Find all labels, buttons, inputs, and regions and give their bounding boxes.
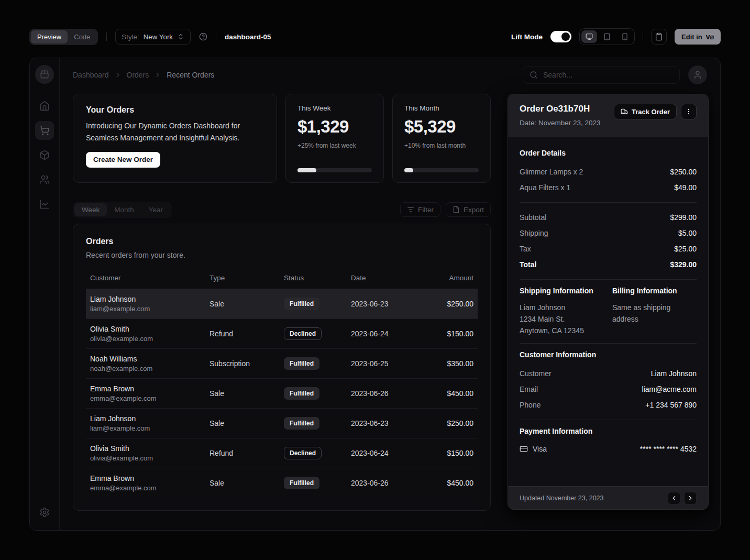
table-actions: Filter Export: [400, 202, 491, 217]
sidebar-item-home[interactable]: [35, 96, 54, 115]
status-badge: Fulfilled: [284, 477, 319, 489]
phone-value: +1 234 567 890: [645, 401, 697, 409]
table-row[interactable]: Noah Williamsnoah@example.com Subscripti…: [86, 349, 478, 379]
mobile-view-button[interactable]: [617, 30, 633, 43]
sidebar-logo-button[interactable]: [35, 65, 54, 84]
shipping-information: Shipping Information Liam Johnson 1234 M…: [520, 287, 604, 336]
customer-email: emma@example.com: [90, 484, 201, 492]
tab-week[interactable]: Week: [74, 203, 107, 216]
line-item-label: Aqua Filters x 1: [520, 183, 570, 192]
order-more-menu-button[interactable]: [681, 104, 697, 119]
credit-card-icon: [520, 445, 528, 453]
list-filter-icon: [407, 206, 414, 213]
line-item-value: $250.00: [670, 168, 697, 176]
shipping-value: $5.00: [678, 229, 697, 237]
copy-code-button[interactable]: [651, 29, 667, 45]
customer-info-heading: Customer Information: [520, 350, 697, 359]
toolbar-divider: [643, 32, 643, 41]
table-row[interactable]: Olivia Smitholivia@example.com Refund De…: [86, 438, 478, 468]
order-amount: $250.00: [414, 289, 478, 319]
tab-year[interactable]: Year: [141, 203, 170, 216]
table-row[interactable]: Liam Johnsonliam@example.com Sale Fulfil…: [86, 289, 478, 319]
export-button[interactable]: Export: [446, 202, 491, 217]
email-row: Email liam@acme.com: [520, 381, 697, 397]
toolbar-divider: [216, 32, 216, 41]
tax-row: Tax $25.00: [520, 241, 697, 257]
customer-name: Emma Brown: [90, 474, 201, 482]
table-row[interactable]: Emma Brownemma@example.com Sale Fulfille…: [86, 468, 478, 498]
customer-email: liam@example.com: [90, 424, 201, 432]
dashboard-main: Your Orders Introducing Our Dynamic Orde…: [73, 92, 707, 511]
status-badge: Fulfilled: [284, 357, 319, 370]
stat-label: This Week: [297, 104, 372, 112]
line-item-label: Glimmer Lamps x 2: [520, 168, 583, 176]
status-badge: Declined: [284, 447, 322, 459]
previous-order-button[interactable]: [668, 492, 680, 504]
separator: [520, 343, 697, 344]
order-amount: $450.00: [414, 379, 478, 409]
table-row[interactable]: Liam Johnsonliam@example.com Sale Fulfil…: [86, 409, 478, 438]
sidebar-item-customers[interactable]: [35, 170, 54, 189]
search-icon: [530, 71, 538, 79]
settings-icon: [39, 507, 50, 518]
code-tab[interactable]: Code: [68, 30, 96, 43]
sidebar-item-products[interactable]: [35, 146, 54, 164]
shipping-address-line: Anytown, CA 12345: [520, 325, 604, 336]
table-row[interactable]: Olivia Smitholivia@example.com Refund De…: [86, 319, 478, 349]
filter-button[interactable]: Filter: [400, 202, 440, 217]
order-type: Sale: [205, 289, 280, 319]
toolbar-right: Lift Mode: [511, 28, 721, 45]
billing-information: Billing Information Same as shipping add…: [612, 287, 697, 336]
search-input[interactable]: [543, 71, 673, 79]
tax-label: Tax: [520, 245, 531, 253]
clipboard-icon: [655, 32, 663, 41]
payment-info-heading: Payment Information: [520, 427, 697, 435]
order-panel-footer: Updated November 23, 2023: [508, 486, 708, 509]
order-amount: $250.00: [414, 409, 478, 438]
monitor-icon: [586, 33, 593, 40]
help-button[interactable]: [199, 32, 207, 41]
lift-mode-toggle[interactable]: [550, 31, 571, 42]
track-order-button[interactable]: Track Order: [614, 104, 677, 119]
billing-info-heading: Billing Information: [612, 287, 697, 295]
preview-tab[interactable]: Preview: [31, 30, 68, 43]
edit-in-v0-button[interactable]: Edit in v⌀: [675, 29, 721, 45]
next-order-button[interactable]: [684, 492, 697, 504]
create-new-order-button[interactable]: Create New Order: [86, 152, 160, 168]
tablet-view-button[interactable]: [599, 30, 615, 43]
card-number: **** **** **** 4532: [640, 445, 697, 453]
tab-month[interactable]: Month: [107, 203, 141, 216]
status-badge: Fulfilled: [284, 387, 319, 400]
order-amount: $350.00: [414, 349, 478, 379]
chevron-right-icon: [154, 71, 161, 79]
sidebar-item-orders[interactable]: [35, 121, 54, 140]
search-box: [523, 66, 680, 84]
sidebar-item-settings[interactable]: [35, 503, 54, 522]
payment-method: Visa: [520, 445, 547, 453]
breadcrumb-item-orders[interactable]: Orders: [127, 71, 149, 79]
customer-name: Olivia Smith: [90, 444, 201, 453]
customer-row: Customer Liam Johnson: [520, 366, 697, 381]
table-controls-row: Week Month Year Filter: [73, 202, 491, 217]
your-orders-title: Your Orders: [86, 105, 264, 115]
user-icon: [693, 70, 702, 80]
v0-logo-icon: v⌀: [706, 32, 714, 41]
shipping-row: Shipping $5.00: [520, 225, 697, 241]
order-detail-panel: Order Oe31b70H Date: November 23, 2023 T…: [508, 94, 709, 510]
separator: [520, 202, 697, 203]
status-badge: Declined: [284, 327, 322, 340]
desktop-view-button[interactable]: [581, 30, 597, 43]
order-date: 2023-06-23: [347, 289, 414, 319]
sidebar-item-analytics[interactable]: [35, 195, 54, 214]
avatar[interactable]: [688, 65, 707, 84]
style-select[interactable]: Style: New York: [115, 29, 191, 45]
more-vertical-icon: [685, 108, 692, 115]
package-icon: [39, 150, 50, 160]
block-title: dashboard-05: [225, 33, 271, 41]
order-type: Sale: [205, 379, 280, 409]
table-row[interactable]: Emma Brownemma@example.com Sale Fulfille…: [86, 379, 478, 409]
filter-label: Filter: [418, 206, 434, 214]
toolbar-divider: [106, 32, 107, 41]
this-week-card: This Week $1,329 +25% from last week: [285, 94, 384, 183]
breadcrumb-item-dashboard[interactable]: Dashboard: [73, 71, 109, 79]
